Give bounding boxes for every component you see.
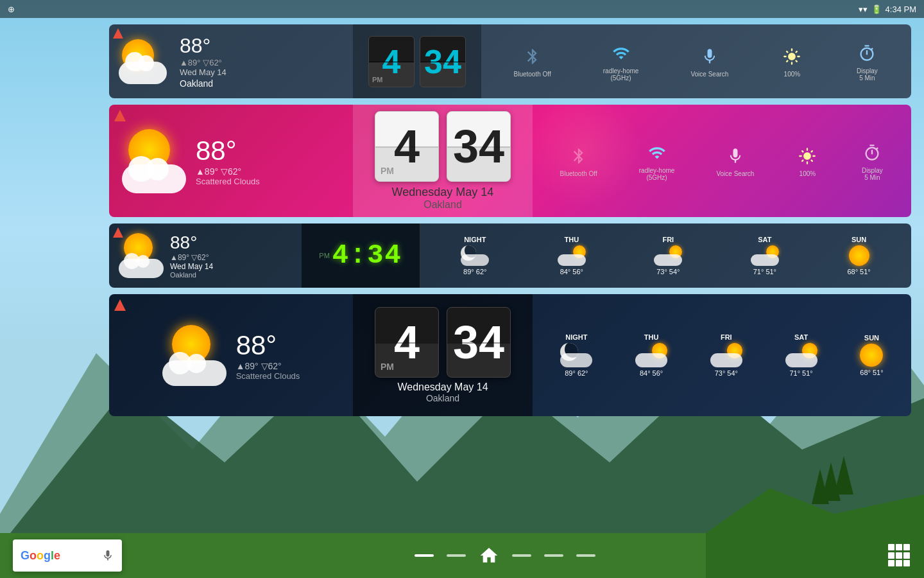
google-search-bar[interactable]: Google <box>13 539 122 572</box>
widget-4: 88° ▲89° ▽62° Scattered Clouds PM 4 34 <box>109 294 911 416</box>
widget-1-location: Oakland <box>180 78 227 89</box>
forecast-thu-icon <box>558 245 586 266</box>
widget-3-ampm: PM <box>319 252 330 259</box>
nav-dot-2[interactable] <box>447 554 466 557</box>
widget-2-minute: 34 <box>453 120 504 173</box>
forecast-fri: FRI 73° 54° <box>654 236 682 276</box>
timer-icon <box>855 42 878 65</box>
forecast-sun-temp: 68° 51° <box>847 268 870 276</box>
forecast-thu-temp: 84° 56° <box>560 268 583 276</box>
widget-2-date: Wednesday May 14 <box>392 186 494 199</box>
widget-3-forecast: NIGHT 89° 62° THU 84° 56° <box>420 223 911 288</box>
widget-2-location: Oakland <box>424 199 462 211</box>
forecast4-sat-temp: 71° 51° <box>789 369 812 377</box>
cloud4-night <box>560 353 592 367</box>
apps-dot-9 <box>903 560 910 566</box>
widget-1-low: ▽62° <box>203 58 222 67</box>
qs-brightness[interactable]: 100% <box>780 45 803 78</box>
widget-4-range: ▲89° ▽62° <box>236 361 300 371</box>
forecast-thu: THU 84° 56° <box>558 236 586 276</box>
home-icon[interactable] <box>479 545 499 566</box>
forecast-thu-label: THU <box>564 236 579 243</box>
widget-1-date: Wed May 14 <box>180 67 227 77</box>
qs2-voice-search-label: Voice Search <box>716 170 754 177</box>
widget-1-temp: 88° <box>180 34 227 58</box>
apps-grid-button[interactable] <box>888 544 911 567</box>
nav-dot-4[interactable] <box>544 554 563 557</box>
widget-3-temp: 88° <box>170 232 213 253</box>
mic-icon <box>698 45 721 68</box>
cloud-bump-2 <box>146 158 169 180</box>
forecast-night-temp: 89° 62° <box>463 268 486 276</box>
widget-1-weather-info: 88° ▲89° ▽62° Wed May 14 Oakland <box>180 34 227 89</box>
forecast-sun-label: SUN <box>851 236 866 243</box>
qs-display-label: Display5 Min <box>857 67 878 82</box>
widget-1-weather-icon <box>119 36 170 87</box>
qs2-voice-search[interactable]: Voice Search <box>716 144 754 177</box>
widget-2-minute-digit: 34 <box>447 111 511 182</box>
widget-4-minute: 34 <box>453 316 504 369</box>
widget-2-weather: 88° ▲89° ▽62° Scattered Clouds <box>109 129 353 193</box>
cloud-bump-3b <box>137 255 150 268</box>
forecast-sat-icon <box>751 245 779 266</box>
widget-2-ampm: PM <box>381 166 394 176</box>
forecast4-sat-icon <box>785 343 817 367</box>
forecast-night: NIGHT 89° 62° <box>461 236 489 276</box>
google-logo: Google <box>21 549 60 563</box>
cloud4-fri <box>710 353 742 367</box>
battery-icon: 🔋 <box>871 4 882 14</box>
widget-3-weather-icon <box>119 233 164 278</box>
widget-4-clock: PM 4 34 Wednesday May 14 Oakland <box>353 294 533 416</box>
widget-1-quick-settings[interactable]: Bluetooth Off radley-home(5GHz) Voice Se… <box>481 42 911 82</box>
qs2-brightness-label: 100% <box>800 170 816 177</box>
widget-3-weather: 88° ▲89° ▽62° Wed May 14 Oakland <box>109 232 302 279</box>
status-left: ⊕ <box>8 4 15 14</box>
widget-4-weather: 88° ▲89° ▽62° Scattered Clouds <box>109 325 353 386</box>
qs-wifi[interactable]: radley-home(5GHz) <box>603 42 639 82</box>
mic-search-icon <box>101 549 114 562</box>
widget-3-date: Wed May 14 <box>170 262 213 271</box>
widget-2-desc: Scattered Clouds <box>196 177 260 186</box>
forecast4-sun-temp: 68° 51° <box>860 369 883 376</box>
qs-bluetooth[interactable]: Bluetooth Off <box>514 45 551 78</box>
widget-1-minute: 34 <box>424 42 461 81</box>
forecast4-sat: SAT 71° 51° <box>785 333 817 377</box>
widget-4-location: Oakland <box>426 393 459 403</box>
qs2-display[interactable]: Display5 Min <box>860 141 884 181</box>
qs2-brightness[interactable]: 100% <box>796 144 819 177</box>
mic-icon-2 <box>724 144 747 168</box>
widget-4-date: Wednesday May 14 <box>397 381 488 393</box>
cloud-sat <box>751 254 779 266</box>
widget-3: 88° ▲89° ▽62° Wed May 14 Oakland PM 4:34… <box>109 223 911 288</box>
forecast-sun: SUN 68° 51° <box>847 236 870 276</box>
cloud4-sat <box>785 353 817 367</box>
cloud4-thu <box>635 353 667 367</box>
qs2-wifi-label: radley-home(5GHz) <box>639 167 675 181</box>
qs-voice-search[interactable]: Voice Search <box>690 45 728 78</box>
qs2-wifi[interactable]: radley-home(5GHz) <box>639 141 675 181</box>
widget-2-hour: 4 <box>394 120 420 173</box>
status-right: ▾▾ 🔋 4:34 PM <box>859 4 916 14</box>
widget-4-minute-digit: 34 <box>447 307 511 378</box>
forecast4-night-icon <box>560 343 592 367</box>
qs-display-timer[interactable]: Display5 Min <box>855 42 878 82</box>
sun-icon-sun <box>849 245 869 266</box>
widget-2-weather-text: 88° ▲89° ▽62° Scattered Clouds <box>196 136 260 186</box>
forecast4-night: NIGHT 89° 62° <box>560 333 592 377</box>
nav-dot-3[interactable] <box>512 554 531 557</box>
nav-dot-5[interactable] <box>576 554 595 557</box>
widget-1: 88° ▲89° ▽62° Wed May 14 Oakland PM 4 34 <box>109 24 911 98</box>
apps-dot-2 <box>896 544 902 550</box>
widget-4-temp: 88° <box>236 330 300 361</box>
apps-dot-1 <box>888 544 894 550</box>
forecast4-fri-temp: 73° 54° <box>715 369 738 377</box>
cloud-fri <box>654 254 682 266</box>
nav-dot-1[interactable] <box>415 554 434 557</box>
widget-2-clock: PM 4 34 Wednesday May 14 Oakland <box>353 105 533 217</box>
wifi-icon <box>610 42 633 65</box>
widget-1-hour: 4 <box>382 42 401 81</box>
widget-1-hour-digit: PM 4 <box>368 36 415 87</box>
forecast-sat-label: SAT <box>758 236 771 243</box>
cloud-thu <box>558 254 586 266</box>
widget-4-hour: 4 <box>394 316 420 369</box>
